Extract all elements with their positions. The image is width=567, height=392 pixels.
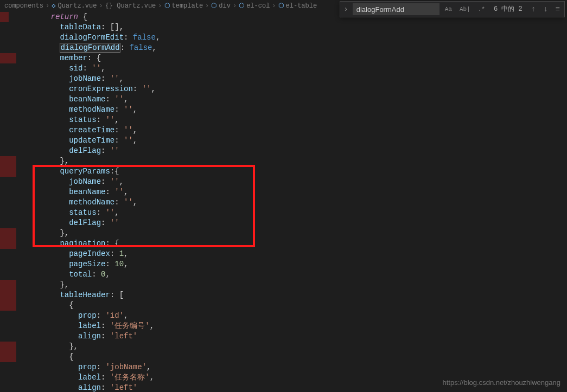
crumb-div[interactable]: ⬡div	[211, 1, 231, 11]
crumb-sep: ›	[272, 1, 276, 11]
vue-icon: ◇	[52, 1, 55, 11]
code-line[interactable]: sid: '',	[33, 63, 567, 74]
regex-toggle[interactable]: .*	[476, 3, 487, 16]
tag-icon: ⬡	[164, 1, 170, 11]
crumb-sep: ›	[99, 1, 103, 11]
code-line[interactable]: total: 0,	[33, 269, 567, 280]
match-case-toggle[interactable]: Aa	[443, 3, 454, 16]
code-line[interactable]: dialogFormEdit: false,	[33, 33, 567, 43]
code-line[interactable]: pageSize: 10,	[33, 259, 567, 269]
tag-icon: ⬡	[278, 1, 284, 11]
code-line[interactable]: tableHeader: [	[33, 290, 567, 300]
code-line[interactable]: },	[33, 342, 567, 352]
crumb-elcol[interactable]: ⬡el-col	[239, 1, 270, 11]
crumb-sep: ›	[46, 1, 49, 11]
tag-icon: ⬡	[239, 1, 244, 11]
search-input[interactable]	[353, 3, 439, 15]
code-line[interactable]: label: '任务编号',	[33, 321, 567, 331]
tag-icon: ⬡	[211, 1, 216, 11]
code-line[interactable]: {	[33, 352, 567, 362]
minimap[interactable]	[562, 17, 567, 386]
crumb-sep: ›	[158, 1, 162, 11]
crumb-sep: ›	[233, 1, 237, 11]
code-line[interactable]: prop: 'jobName',	[33, 362, 567, 372]
editor[interactable]: return { tableData: [], dialogFormEdit: …	[0, 12, 567, 392]
code-line[interactable]: updateTime: '',	[33, 136, 567, 146]
code-line[interactable]: tableData: [],	[33, 22, 567, 33]
code-line[interactable]: pageIndex: 1,	[33, 249, 567, 259]
code-line[interactable]: },	[33, 280, 567, 290]
whole-word-toggle[interactable]: Ab|	[457, 3, 473, 16]
code-line[interactable]: delFlag: ''	[33, 146, 567, 156]
code-line[interactable]: {	[33, 300, 567, 311]
find-widget: › Aa Ab| .* 6 中的 2 ↑ ↓ ≡	[340, 1, 565, 17]
find-menu-icon[interactable]: ≡	[553, 4, 562, 15]
code-area[interactable]: return { tableData: [], dialogFormEdit: …	[33, 12, 567, 392]
find-toggle-replace[interactable]: ›	[342, 3, 349, 16]
code-line[interactable]: status: '',	[33, 115, 567, 125]
crumb-eltable[interactable]: ⬡el-table	[278, 1, 317, 11]
code-line[interactable]: dialogFormAdd: false,	[33, 43, 567, 53]
code-line[interactable]: jobName: '',	[33, 74, 567, 84]
code-line[interactable]: prop: 'id',	[33, 311, 567, 321]
find-prev-button[interactable]: ↑	[529, 4, 538, 15]
crumb-file[interactable]: ◇Quartz.vue	[52, 1, 97, 11]
watermark: https://blog.csdn.net/zhouzhiwengang	[442, 377, 560, 388]
code-line[interactable]: align: 'left'	[33, 331, 567, 342]
code-line[interactable]: member: {	[33, 53, 567, 63]
gutter	[0, 12, 33, 392]
crumb-template[interactable]: ⬡template	[164, 1, 203, 11]
annotation-highlight	[33, 165, 255, 247]
crumb-sep: ›	[205, 1, 209, 11]
find-result-count: 6 中的 2	[490, 4, 526, 15]
code-line[interactable]: beanName: '',	[33, 94, 567, 105]
code-line[interactable]: createTime: '',	[33, 125, 567, 136]
crumb-components[interactable]: components	[4, 1, 43, 11]
find-next-button[interactable]: ↓	[541, 4, 550, 15]
code-line[interactable]: methodName: '',	[33, 105, 567, 115]
crumb-module[interactable]: {} Quartz.vue	[105, 1, 156, 11]
code-line[interactable]: cronExpression: '',	[33, 84, 567, 94]
